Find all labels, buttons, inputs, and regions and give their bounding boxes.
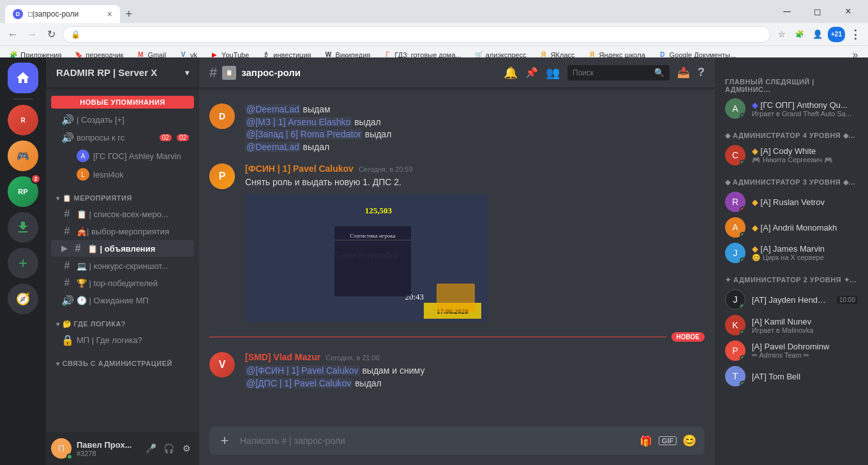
- category-logic[interactable]: ▾ 🤔 ГДЕ ЛОГИКА?: [46, 310, 199, 331]
- server-icon-2[interactable]: 🎮: [8, 141, 38, 171]
- back-button[interactable]: ←: [5, 27, 20, 42]
- add-server-button[interactable]: +: [8, 248, 38, 278]
- member-avatar: C: [725, 145, 745, 165]
- mention[interactable]: @[ДПС | 1] Pavel Calukov: [245, 378, 352, 388]
- channel-label: вопросы к гс: [77, 133, 124, 142]
- profile-button[interactable]: 👤: [810, 27, 825, 42]
- member-ruslan[interactable]: R ◆ [A] Ruslan Vetrov: [720, 189, 863, 215]
- member-activity: ✏ Admins Team ✏: [752, 351, 858, 360]
- hash-icon: #: [61, 260, 73, 271]
- members-button[interactable]: 👥: [546, 66, 560, 80]
- menu-button[interactable]: ⋮: [848, 27, 863, 42]
- notifications-button[interactable]: 🔔: [504, 66, 518, 80]
- forward-button[interactable]: →: [24, 27, 40, 42]
- message-header: [SMD] Vlad Mazur Сегодня, в 21:00: [245, 352, 705, 362]
- current-user-name: Павел Прох...: [77, 440, 138, 450]
- settings-button[interactable]: ⚙: [179, 441, 194, 456]
- text-span: выдал: [355, 378, 382, 388]
- active-tab[interactable]: D □|запрос-роли ×: [5, 5, 120, 23]
- search-input[interactable]: [572, 68, 650, 77]
- member-kamil[interactable]: K [A] Kamil Nunev Играет в Malinovka: [720, 312, 863, 338]
- message-text: @[МЗ | 1] Arsenu Elashko выдал: [245, 116, 705, 129]
- server-icon-1[interactable]: R: [8, 105, 38, 135]
- mention[interactable]: @[Запад | 6] Roma Predator: [245, 129, 363, 139]
- member-tom[interactable]: T [AT] Tom Bell: [720, 363, 863, 389]
- emoji-button[interactable]: 😊: [679, 431, 700, 451]
- header-actions: 🔔 📌 👥 🔍 📥 ?: [504, 65, 705, 80]
- channel-waiting[interactable]: 🔊 🕐 | Ожидание МП: [51, 292, 194, 309]
- help-button[interactable]: ?: [698, 66, 705, 79]
- channel-all-events[interactable]: # 📋 | список-всех-меро...: [51, 206, 194, 222]
- close-button[interactable]: ×: [834, 3, 863, 20]
- pin-button[interactable]: 📌: [525, 66, 538, 79]
- user-action-buttons: 🎤 🎧 ⚙: [143, 441, 194, 456]
- message-content: [SMD] Vlad Mazur Сегодня, в 21:00 @[ФСИН…: [245, 352, 705, 390]
- member-andrii[interactable]: A ◆ [A] Andrii Monomakh: [720, 215, 863, 240]
- server-icon-download[interactable]: [8, 212, 38, 243]
- status-indicator: [740, 160, 745, 165]
- search-icon: 🔍: [654, 68, 664, 77]
- message-image: [245, 194, 488, 322]
- input-actions: 🎁 GIF 😊: [636, 431, 700, 451]
- gift-button[interactable]: 🎁: [636, 431, 656, 451]
- channel-contest[interactable]: # 💻 | конкурс-скриншот...: [51, 257, 194, 274]
- server-icon-home[interactable]: [8, 63, 38, 93]
- mute-button[interactable]: 🎤: [143, 441, 158, 456]
- refresh-button[interactable]: ↻: [43, 27, 59, 42]
- channel-announcements[interactable]: ▶ # 📋 | объявления: [51, 240, 194, 257]
- explore-button[interactable]: 🧭: [8, 284, 38, 314]
- messages-area: D @DeemaLad выдам @[МЗ | 1] Arsenu Elash…: [199, 88, 715, 422]
- channel-voice-gc[interactable]: 🔊 вопросы к гс 02 02: [51, 129, 194, 146]
- mention[interactable]: @[МЗ | 1] Arsenu Elashko: [245, 117, 352, 127]
- member-activity: Играет в Grand Theft Auto Sa...: [752, 110, 858, 118]
- maximize-button[interactable]: ◻: [803, 3, 832, 20]
- server-header[interactable]: RADMIR RP | Server X ▾: [46, 57, 199, 88]
- voice-icon: 🔊: [61, 132, 73, 144]
- channel-label: МП | Где логика?: [77, 335, 142, 345]
- search-bar[interactable]: 🔍: [567, 65, 670, 80]
- channel-create[interactable]: 🔊 | Создать [+]: [51, 111, 194, 128]
- channel-logic[interactable]: 🔒 МП | Где логика?: [51, 332, 194, 349]
- member-anthony[interactable]: A ◆ [ГС ОПГ] Anthony Qu... Играет в Gran…: [720, 96, 863, 121]
- hash-icon: #: [72, 243, 84, 254]
- category-meropriyatiya[interactable]: ▾ 📋 МЕРОПРИЯТИЯ: [46, 184, 199, 205]
- extension-button[interactable]: 🧩: [792, 27, 807, 42]
- address-bar[interactable]: 🔒: [63, 26, 770, 43]
- category-admin-contact[interactable]: ▾ СВЯЗЬ С АДМИНИСТРАЦИЕЙ: [46, 349, 199, 370]
- minimize-button[interactable]: ─: [772, 3, 802, 20]
- member-james[interactable]: J ◆ [A] James Marvin 😊 Цирк на X сервере: [720, 240, 863, 266]
- channel-user-lesni4ok[interactable]: L lesni4ok: [51, 165, 194, 183]
- browser-chrome: D □|запрос-роли × + ─ ◻ × ← → ↻ 🔒 ☆ 🧩 👤 …: [0, 0, 868, 57]
- member-details: ◆ [A] Cody White 🎮 Никита Сергеевич 🎮: [752, 146, 858, 164]
- member-name: ◆ [A] Ruslan Vetrov: [752, 197, 858, 207]
- attach-button[interactable]: +: [214, 431, 235, 451]
- bookmark-star-button[interactable]: ☆: [774, 27, 789, 42]
- member-activity: 😊 Цирк на X сервере: [752, 254, 858, 262]
- message-avatar: D: [209, 103, 235, 129]
- members-category-admin4: ◆ АДМИНИСТРАТОР 4 УРОВНЯ ◆...: [720, 121, 863, 142]
- mention[interactable]: @[ФСИН | 1] Pavel Calukov: [245, 365, 360, 376]
- chat-input[interactable]: [240, 436, 631, 446]
- server-icon-3[interactable]: RP 2: [8, 176, 38, 207]
- headset-button[interactable]: 🎧: [161, 441, 176, 456]
- message-text: @[Запад | 6] Roma Predator выдал: [245, 128, 705, 141]
- mention-banner[interactable]: НОВЫЕ УПОМИНАНИЯ: [51, 96, 194, 109]
- channel-top-winners[interactable]: # 🏆 | top-победителей: [51, 275, 194, 291]
- new-tab-button[interactable]: +: [120, 5, 138, 23]
- text-span: выдал: [303, 142, 330, 152]
- member-cody[interactable]: C ◆ [A] Cody White 🎮 Никита Сергеевич 🎮: [720, 142, 863, 168]
- mention[interactable]: @DeemaLad: [245, 142, 301, 152]
- member-pavel-d[interactable]: P [A] Pavel Dohrominw ✏ Admins Team ✏: [720, 338, 863, 363]
- channel-user-ashley[interactable]: A [ГС ГОС] Ashley Marvin: [51, 147, 194, 165]
- inbox-button[interactable]: 📥: [677, 66, 690, 79]
- channel-badge: 02: [160, 134, 172, 141]
- member-avatar: P: [725, 340, 745, 361]
- user-name-label: [ГС ГОС] Ashley Marvin: [93, 151, 181, 161]
- channel-title: запрос-роли: [241, 67, 301, 78]
- member-jayden[interactable]: J [AT] Jayden Henderson 10:00: [720, 287, 863, 312]
- gif-button[interactable]: GIF: [659, 436, 677, 445]
- channel-choose-event[interactable]: # 🎪| выбор-мероприятия: [51, 223, 194, 240]
- tab-close-button[interactable]: ×: [107, 9, 112, 19]
- mention[interactable]: @DeemaLad: [245, 104, 301, 114]
- status-indicator: [740, 232, 745, 238]
